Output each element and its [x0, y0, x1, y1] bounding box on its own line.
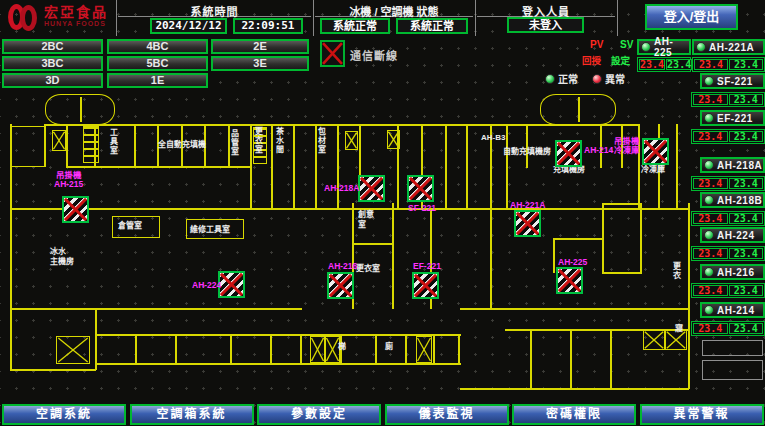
pv-value: 23.4 — [693, 323, 728, 334]
wall-segment — [460, 388, 689, 390]
abnormal-led-icon — [592, 74, 602, 84]
unit-run-led — [704, 160, 714, 170]
elevator-icon — [387, 130, 400, 149]
wall-segment — [300, 335, 302, 364]
nav-button-meter-monitor[interactable]: 儀表監視 — [385, 404, 509, 425]
device-label-AH-224: AH-224 — [192, 281, 221, 290]
zone-button-2BC[interactable]: 2BC — [2, 39, 103, 54]
ahu-icon-AH-221A[interactable] — [514, 210, 541, 237]
device-label-AH-216: AH-216 — [328, 262, 357, 271]
normal-label: 正常 — [558, 71, 578, 86]
zone-button-5BC[interactable]: 5BC — [107, 56, 208, 71]
unit-run-led — [704, 113, 714, 123]
wall-segment — [293, 126, 295, 209]
ahu-icon-AH-218A[interactable] — [358, 175, 385, 202]
ahu-icon-AH-215[interactable] — [62, 196, 89, 223]
unit-name: AH-221A — [709, 42, 754, 53]
login-user-value: 未登入 — [507, 17, 584, 33]
elevator-icon — [56, 336, 90, 364]
wall-segment — [134, 126, 136, 167]
room-label: 全自動充填機 — [158, 140, 206, 150]
room-label: 工具室 — [108, 128, 118, 155]
device-label-EF-221: EF-221 — [413, 262, 441, 271]
pv-cn-label: 回授 — [582, 53, 601, 67]
nav-button-ahu-box-system[interactable]: 空調箱系統 — [130, 404, 254, 425]
wall-segment — [250, 126, 252, 209]
unit-header-AH-214[interactable]: AH-214 — [700, 302, 765, 318]
room-label: 包材室 — [316, 127, 326, 154]
brand-name: 宏亞食品 — [44, 5, 108, 20]
normal-led-icon — [545, 74, 555, 84]
unit-run-led — [704, 195, 714, 205]
unit-header-AH-218B[interactable]: AH-218B — [700, 192, 765, 208]
zone-button-4BC[interactable]: 4BC — [107, 39, 208, 54]
nav-button-ac-system[interactable]: 空調系統 — [2, 404, 126, 425]
unit-values-AH-218A: 23.423.4 — [691, 176, 765, 191]
unit-run-led — [696, 42, 706, 52]
wall-segment — [337, 126, 339, 209]
sv-value: 23.4 — [729, 248, 764, 259]
zone-button-1E[interactable]: 1E — [107, 73, 208, 88]
room-label: 冰水 主機房 — [50, 247, 74, 266]
unit-header-EF-221[interactable]: EF-221 — [700, 110, 765, 126]
stairwell-icon — [45, 94, 115, 125]
sv-label: SV — [620, 39, 633, 50]
unit-run-led — [641, 42, 651, 52]
device-label-AH-冷凍庫: 吊掛機 冷凍庫 — [614, 137, 640, 155]
pv-value: 23.4 — [693, 285, 728, 296]
wall-segment — [271, 126, 273, 209]
room-label: 自動充填機房 — [503, 147, 551, 157]
zone-button-2E[interactable]: 2E — [211, 39, 309, 54]
nav-button-alarm[interactable]: 異常警報 — [640, 404, 764, 425]
room-outline — [10, 126, 45, 167]
unit-run-led — [704, 267, 714, 277]
unit-header-AH-218A[interactable]: AH-218A — [700, 157, 765, 173]
unit-run-led — [704, 76, 714, 86]
wall-segment — [458, 335, 460, 364]
ahu-icon-AH-216[interactable] — [327, 272, 354, 299]
ahu-icon-SF-221[interactable] — [407, 175, 434, 202]
unit-name: AH-218B — [717, 195, 762, 206]
nav-button-password-auth[interactable]: 密碼權限 — [512, 404, 636, 425]
room-label: 梯 — [338, 342, 346, 352]
sv-value: 23.4 — [729, 323, 764, 334]
wall-segment — [175, 335, 177, 364]
room-label: 更衣室 — [356, 264, 380, 274]
pv-value: 23.4 — [694, 59, 728, 70]
hmi-screen: 宏亞食品 HUNYA FOODS 系統時間 2024/12/12 22:09:5… — [0, 0, 765, 426]
ahu-icon-AH-冷凍庫[interactable] — [642, 138, 669, 165]
ahu-icon-EF-221[interactable] — [412, 272, 439, 299]
zone-button-3D[interactable]: 3D — [2, 73, 103, 88]
wall-segment — [375, 335, 377, 364]
nav-button-param-settings[interactable]: 參數設定 — [257, 404, 381, 425]
unit-name: AH-216 — [717, 267, 754, 278]
unit-name: AH-214 — [717, 305, 754, 316]
wall-segment — [405, 335, 407, 364]
stairwell-icon — [540, 94, 616, 125]
wall-segment — [270, 335, 272, 364]
zone-button-3E[interactable]: 3E — [211, 56, 309, 71]
wall-segment — [602, 203, 642, 205]
wall-segment — [466, 126, 468, 209]
unit-header-AH-221A[interactable]: AH-221A — [692, 39, 765, 55]
login-logout-button[interactable]: 登入/登出 — [645, 4, 738, 30]
elevator-icon — [416, 336, 432, 363]
room-label: AH-B3 — [481, 133, 505, 143]
ahu-icon-AH-224[interactable] — [218, 271, 245, 298]
system-time-value: 22:09:51 — [233, 18, 303, 34]
brand-text: 宏亞食品 HUNYA FOODS — [44, 5, 108, 27]
unit-header-AH-216[interactable]: AH-216 — [700, 264, 765, 280]
chiller-status-value: 系統正常 — [320, 18, 390, 34]
ahu-icon-AH-214[interactable] — [555, 140, 582, 167]
floor-plan: 工具室全自動充填機品管室更衣室茶水間包材室AH-B3倉管室維修工具室冰水 主機房… — [0, 88, 690, 396]
unit-header-AH-225[interactable]: AH-225 — [637, 39, 691, 55]
unit-header-AH-224[interactable]: AH-224 — [700, 227, 765, 243]
device-label-AH-221A: AH-221A — [510, 201, 545, 210]
unit-values-AH-221A: 23.423.4 — [692, 57, 765, 72]
zone-button-3BC[interactable]: 3BC — [2, 56, 103, 71]
room-label: 倉管室 — [118, 221, 142, 231]
wall-segment — [602, 272, 642, 274]
unit-header-SF-221[interactable]: SF-221 — [700, 73, 765, 89]
ahu-icon-AH-225[interactable] — [556, 267, 583, 294]
sv-cn-label: 設定 — [611, 53, 630, 67]
